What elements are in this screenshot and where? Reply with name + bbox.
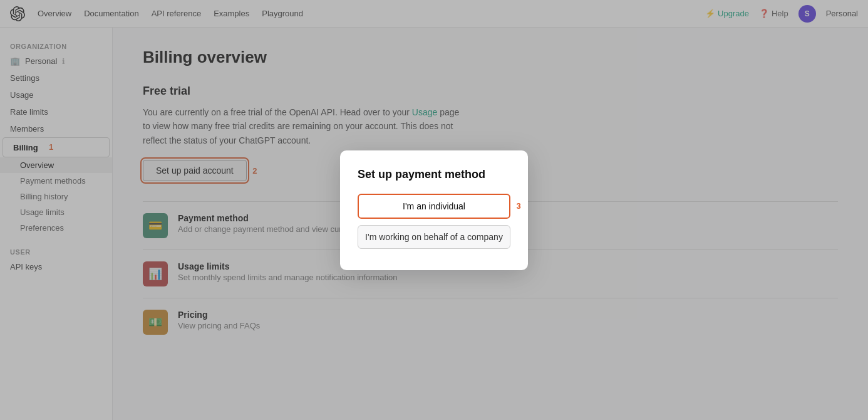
annotation-individual: 3 [513,201,524,212]
company-button[interactable]: I'm working on behalf of a company [358,225,510,249]
modal-title: Set up payment method [358,168,510,181]
individual-button[interactable]: I'm an individual [358,194,510,219]
payment-method-modal: Set up payment method I'm an individual … [340,150,528,270]
individual-btn-wrapper: I'm an individual 3 [358,194,510,219]
modal-backdrop: Set up payment method I'm an individual … [0,0,868,420]
